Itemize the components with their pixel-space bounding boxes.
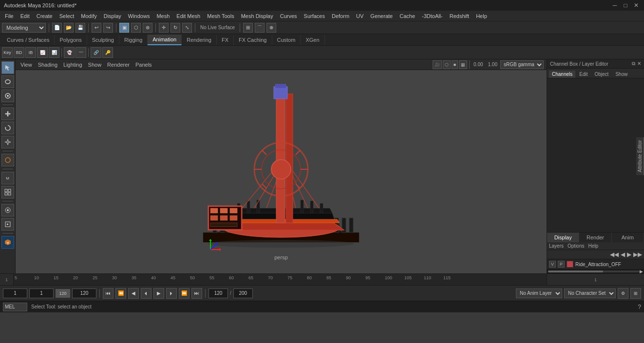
close-btn[interactable]: ✕ xyxy=(632,2,640,9)
range-end-input[interactable] xyxy=(72,289,96,298)
menu-edit[interactable]: Edit xyxy=(18,12,33,20)
layer-first-btn[interactable]: ◀◀ xyxy=(610,251,619,258)
ghost-btn[interactable]: 👻 xyxy=(64,47,75,58)
tab-rigging[interactable]: Rigging xyxy=(119,35,148,45)
layer-color-swatch[interactable] xyxy=(567,261,573,268)
move-btn[interactable]: ✛ xyxy=(159,23,169,33)
menu-create[interactable]: Create xyxy=(34,12,56,20)
breakdown-btn[interactable]: BD xyxy=(14,47,24,58)
channel-box-float-btn[interactable]: ⧉ xyxy=(632,61,635,67)
snap-curve-btn[interactable]: ⌒ xyxy=(255,23,265,33)
menu-surfaces[interactable]: Surfaces xyxy=(301,12,328,20)
renderer-menu[interactable]: Renderer xyxy=(105,61,132,69)
inbetween-btn[interactable]: IB xyxy=(25,47,36,58)
channel-box-close-btn[interactable]: ✕ xyxy=(637,61,641,67)
save-btn[interactable]: 💾 xyxy=(76,23,85,33)
tab-xgen[interactable]: XGen xyxy=(301,35,324,45)
viewport-canvas[interactable]: persp xyxy=(16,70,547,273)
open-btn[interactable]: 📂 xyxy=(64,23,74,33)
edit-tab[interactable]: Edit xyxy=(576,71,590,78)
render-settings-btn[interactable] xyxy=(1,218,14,231)
menu-modify[interactable]: Modify xyxy=(78,12,99,20)
render-tab[interactable]: Render xyxy=(579,233,611,242)
menu-curves[interactable]: Curves xyxy=(277,12,300,20)
step-back-btn[interactable]: ⏪ xyxy=(115,288,126,299)
wireframe-tool[interactable]: ⬡ xyxy=(443,60,451,69)
anim-layer-select[interactable]: No Anim Layer xyxy=(516,289,562,298)
snap-point-btn[interactable]: ⊕ xyxy=(266,23,276,33)
select-tool-btn[interactable] xyxy=(1,61,14,74)
select-btn[interactable]: ▣ xyxy=(119,23,129,33)
scrollbar-track[interactable] xyxy=(548,271,640,272)
help-icon-btn[interactable]: ? xyxy=(638,304,641,310)
layer-visibility-btn[interactable]: V xyxy=(549,261,556,268)
tab-fx[interactable]: FX xyxy=(217,35,234,45)
next-key-btn[interactable]: ⏵ xyxy=(166,288,177,299)
driven-key-btn[interactable]: 🔑 xyxy=(102,47,113,58)
menu-help[interactable]: Help xyxy=(473,12,490,20)
dope-sheet-btn[interactable]: 📊 xyxy=(49,47,59,58)
scroll-right-btn[interactable]: ▶ xyxy=(640,269,643,274)
snap-grid-btn[interactable]: ⊞ xyxy=(243,23,253,33)
channels-tab[interactable]: Channels xyxy=(549,71,575,78)
timeline-ruler[interactable]: 5 10 15 20 25 30 35 40 45 50 55 60 65 70… xyxy=(14,274,547,285)
panels-menu[interactable]: Panels xyxy=(133,61,154,69)
show-menu[interactable]: Show xyxy=(86,61,104,69)
paint-select-btn[interactable] xyxy=(1,90,14,102)
menu-redshift[interactable]: Redshift xyxy=(447,12,472,20)
maximize-btn[interactable]: □ xyxy=(622,2,629,9)
char-set-select[interactable]: No Character Set xyxy=(564,289,616,298)
goto-end-btn[interactable]: ⏭ xyxy=(191,288,202,299)
menu-display[interactable]: Display xyxy=(101,12,124,20)
lasso-btn[interactable]: ⬡ xyxy=(131,23,141,33)
menu-mesh[interactable]: Mesh xyxy=(153,12,172,20)
shading-menu[interactable]: Shading xyxy=(36,61,59,69)
current-frame-input[interactable] xyxy=(3,289,27,298)
redo-btn[interactable]: ↪ xyxy=(103,23,113,33)
range-bar[interactable]: 120 xyxy=(56,289,70,298)
motion-trail-btn[interactable]: 〰 xyxy=(76,47,86,58)
scale-btn[interactable]: ⤡ xyxy=(182,23,192,33)
play-fwd-btn[interactable]: ▶ xyxy=(153,288,164,299)
view-menu[interactable]: View xyxy=(19,61,34,69)
window-controls[interactable]: ─ □ ✕ xyxy=(611,2,640,9)
layer-scrollbar[interactable]: ▶ xyxy=(547,270,644,273)
menu-deform[interactable]: Deform xyxy=(329,12,352,20)
textured-tool[interactable]: ▦ xyxy=(459,60,467,69)
lasso-tool-btn[interactable] xyxy=(1,75,14,88)
snap-settings-btn[interactable] xyxy=(1,204,14,217)
grid-btn[interactable] xyxy=(1,186,14,199)
shaded-tool[interactable]: ■ xyxy=(452,60,458,69)
show-manip-btn[interactable]: M xyxy=(1,172,14,184)
prev-key-btn[interactable]: ◀ xyxy=(128,288,139,299)
range-start-input[interactable] xyxy=(29,289,54,298)
constraint-btn[interactable]: 🔗 xyxy=(91,47,101,58)
step-fwd-btn[interactable]: ⏩ xyxy=(179,288,189,299)
help-menu-layer[interactable]: Help xyxy=(588,243,598,249)
mode-dropdown[interactable]: Modeling Rigging Animation FX Rendering … xyxy=(2,23,46,33)
tab-fx-caching[interactable]: FX Caching xyxy=(234,35,272,45)
goto-start-btn[interactable]: ⏮ xyxy=(103,288,114,299)
tab-rendering[interactable]: Rendering xyxy=(182,35,217,45)
menu-edit-mesh[interactable]: Edit Mesh xyxy=(173,12,203,20)
options-menu[interactable]: Options xyxy=(568,243,584,249)
camera-tool[interactable]: 🎥 xyxy=(433,60,442,69)
menu-generate[interactable]: Generate xyxy=(367,12,396,20)
anim-options-btn[interactable]: ⊞ xyxy=(630,288,641,299)
new-scene-btn[interactable]: 📄 xyxy=(52,23,62,33)
menu-3dto[interactable]: -3DtoAll- xyxy=(419,12,446,20)
menu-select[interactable]: Select xyxy=(57,12,77,20)
viewport[interactable]: View Shading Lighting Show Renderer Pane… xyxy=(16,59,547,273)
show-tab[interactable]: Show xyxy=(612,71,630,78)
menu-windows[interactable]: Windows xyxy=(125,12,153,20)
anim-tab[interactable]: Anim xyxy=(612,233,644,242)
object-tab[interactable]: Object xyxy=(592,71,612,78)
curve-editor-btn[interactable]: 📈 xyxy=(37,47,48,58)
move-tool-btn[interactable] xyxy=(1,108,14,120)
scale-tool-btn[interactable] xyxy=(1,136,14,148)
rotate-tool-btn[interactable] xyxy=(1,122,14,134)
scrollbar-thumb[interactable] xyxy=(548,271,603,272)
attribute-editor-tab[interactable]: Attribute Editor xyxy=(636,137,644,175)
lighting-menu[interactable]: Lighting xyxy=(61,61,84,69)
menu-uv[interactable]: UV xyxy=(353,12,366,20)
